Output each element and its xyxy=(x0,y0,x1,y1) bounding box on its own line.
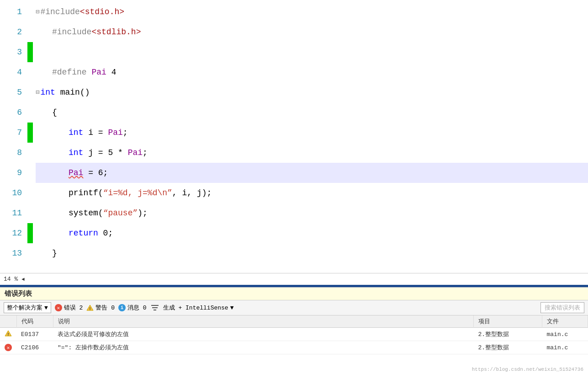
watermark: https://blog.csdn.net/weixin_51524736 xyxy=(472,367,583,372)
table-row[interactable]: ✕C2106"=": 左操作数必须为左值2.整型数据main.c xyxy=(0,341,588,354)
status-bar: 14 % ◄ xyxy=(0,273,588,285)
warning-count: 警告 0 xyxy=(95,304,115,312)
error-table: 代码 说明 项目 文件 !E0137表达式必须是可修改的左值2.整型数据main… xyxy=(0,315,588,374)
code-editor: 12345678910111213 ⊟#include<stdio.h>#inc… xyxy=(0,0,588,273)
warning-icon: ! xyxy=(86,304,94,311)
col-header-code: 代码 xyxy=(16,315,53,328)
line-number: 4 xyxy=(0,62,22,82)
code-text: int j = 5 * Pai; xyxy=(44,143,148,163)
search-placeholder: 搜索错误列表 xyxy=(545,305,580,311)
code-text: #define Pai 4 xyxy=(44,62,116,82)
zoom-value: 14 % xyxy=(4,276,18,283)
error-file: main.c xyxy=(542,328,588,341)
line-number: 9 xyxy=(0,163,22,183)
code-text: int i = Pai; xyxy=(44,123,128,143)
line-number: 7 xyxy=(0,123,22,143)
code-text: #include<stdio.h> xyxy=(40,2,124,22)
code-line: Pai = 6; xyxy=(36,163,588,183)
gutter-mark xyxy=(27,42,33,62)
gutter-mark xyxy=(27,183,33,203)
error-project: 2.整型数据 xyxy=(474,341,542,354)
error-project: 2.整型数据 xyxy=(474,328,542,341)
code-line: return 0; xyxy=(36,223,588,243)
error-row-icon: ! xyxy=(0,328,16,341)
line-number: 1 xyxy=(0,2,22,22)
error-badge-container[interactable]: ✕ 错误 2 xyxy=(55,304,83,312)
code-line: #define Pai 4 xyxy=(36,62,588,82)
info-badge-container[interactable]: i 消息 0 xyxy=(118,304,147,312)
svg-rect-2 xyxy=(151,305,159,306)
gutter-mark xyxy=(27,223,33,243)
gutter-mark xyxy=(27,123,33,143)
line-number: 6 xyxy=(0,102,22,123)
gutter-mark xyxy=(27,62,33,82)
warning-icon: ! xyxy=(5,330,12,337)
svg-rect-3 xyxy=(152,307,158,308)
scope-selector[interactable]: 整个解决方案 ▼ xyxy=(4,302,51,313)
code-line: ⊟#include<stdio.h> xyxy=(36,2,588,22)
build-filter[interactable]: 生成 + IntelliSense ▼ xyxy=(163,304,234,312)
svg-text:!: ! xyxy=(89,307,91,311)
code-line: int j = 5 * Pai; xyxy=(36,143,588,163)
line-number: 2 xyxy=(0,22,22,42)
code-text: #include<stdlib.h> xyxy=(44,22,141,42)
line-number: 11 xyxy=(0,203,22,223)
error-icon: ✕ xyxy=(5,344,12,351)
code-line: system(“pause”); xyxy=(36,203,588,223)
code-text: { xyxy=(44,102,57,123)
gutter-mark xyxy=(27,2,33,22)
gutter-mark xyxy=(27,22,33,42)
line-number: 3 xyxy=(0,42,22,62)
col-header-icon xyxy=(0,315,16,328)
gutter-mark xyxy=(27,203,33,223)
line-number: 10 xyxy=(0,183,22,203)
error-code: E0137 xyxy=(16,328,53,341)
warning-badge-container[interactable]: ! 警告 0 xyxy=(86,304,115,312)
line-number: 5 xyxy=(0,82,22,102)
code-line: printf(“i=%d, j=%d\n”, i, j); xyxy=(36,183,588,203)
scope-dropdown-arrow[interactable]: ▼ xyxy=(44,305,48,311)
code-line: ⊟int main() xyxy=(36,82,588,102)
code-text: Pai = 6; xyxy=(44,163,108,183)
error-row-icon: ✕ xyxy=(0,341,16,354)
info-count: 消息 0 xyxy=(127,304,147,312)
code-lines: ⊟#include<stdio.h>#include<stdlib.h>#def… xyxy=(36,2,588,273)
error-toolbar: 整个解决方案 ▼ ✕ 错误 2 ! 警告 0 i 消息 0 xyxy=(0,300,588,315)
build-filter-label: 生成 + IntelliSense xyxy=(163,304,228,312)
info-icon: i xyxy=(118,304,126,311)
scroll-left-arrow[interactable]: ◄ xyxy=(21,277,25,282)
scope-label: 整个解决方案 xyxy=(7,304,42,312)
code-text: } xyxy=(44,243,57,263)
error-icon: ✕ xyxy=(55,304,62,311)
gutter-mark xyxy=(27,143,33,163)
code-text: printf(“i=%d, j=%d\n”, i, j); xyxy=(44,183,212,203)
table-row[interactable]: !E0137表达式必须是可修改的左值2.整型数据main.c xyxy=(0,328,588,341)
error-panel: 错误列表 整个解决方案 ▼ ✕ 错误 2 ! 警告 0 i 消息 0 xyxy=(0,287,588,374)
col-header-file: 文件 xyxy=(542,315,588,328)
code-line: int i = Pai; xyxy=(36,123,588,143)
search-error-box[interactable]: 搜索错误列表 xyxy=(540,302,584,313)
code-text: return 0; xyxy=(44,223,113,243)
code-line: { xyxy=(36,102,588,123)
error-description: "=": 左操作数必须为左值 xyxy=(53,341,474,354)
line-number: 13 xyxy=(0,243,22,263)
table-header: 代码 说明 项目 文件 xyxy=(0,315,588,328)
gutter-mark xyxy=(27,243,33,263)
fold-icon[interactable]: ⊟ xyxy=(36,82,39,102)
svg-rect-4 xyxy=(154,310,156,310)
line-numbers: 12345678910111213 xyxy=(0,2,27,273)
gutter-mark xyxy=(27,82,33,102)
code-line: #include<stdlib.h> xyxy=(36,22,588,42)
error-panel-title: 错误列表 xyxy=(0,288,588,300)
gutter-mark xyxy=(27,102,33,123)
error-count: 错误 2 xyxy=(64,304,83,312)
svg-text:!: ! xyxy=(7,332,9,337)
error-file: main.c xyxy=(542,341,588,354)
build-filter-arrow[interactable]: ▼ xyxy=(230,305,234,311)
fold-icon[interactable]: ⊟ xyxy=(36,2,39,22)
line-number: 12 xyxy=(0,223,22,243)
code-line xyxy=(36,42,588,62)
col-header-project: 项目 xyxy=(474,315,542,328)
col-header-desc: 说明 xyxy=(53,315,474,328)
filter-icon[interactable] xyxy=(150,304,159,311)
